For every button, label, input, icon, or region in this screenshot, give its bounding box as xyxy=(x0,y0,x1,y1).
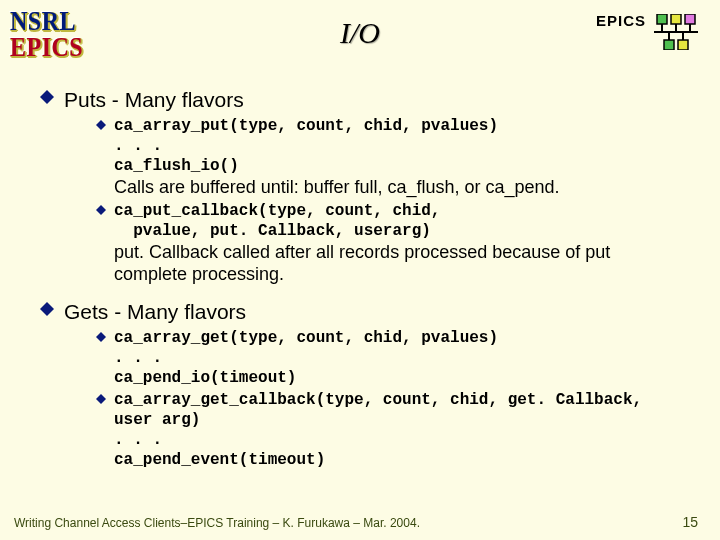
svg-marker-16 xyxy=(96,394,106,404)
diamond-bullet-small-icon xyxy=(96,120,106,130)
code-snippet: ca_array_get_callback(type, count, chid,… xyxy=(114,390,684,470)
puts-items: ca_array_put(type, count, chid, pvalues)… xyxy=(96,116,684,286)
gets-item-2: ca_array_get_callback(type, count, chid,… xyxy=(96,390,684,470)
epics-icon xyxy=(654,14,698,50)
section-heading-text: Gets - Many flavors xyxy=(64,300,246,324)
footer-text: Writing Channel Access Clients–EPICS Tra… xyxy=(14,516,420,530)
section-gets-heading: Gets - Many flavors xyxy=(40,300,690,324)
svg-marker-14 xyxy=(40,302,54,316)
code-snippet: ca_array_get(type, count, chid, pvalues)… xyxy=(114,328,498,388)
svg-marker-12 xyxy=(96,120,106,130)
code-snippet: ca_put_callback(type, count, chid, pvalu… xyxy=(114,201,684,241)
slide-content: Puts - Many flavors ca_array_put(type, c… xyxy=(40,80,690,470)
puts-item-1: ca_array_put(type, count, chid, pvalues)… xyxy=(96,116,684,199)
code-snippet: ca_array_put(type, count, chid, pvalues)… xyxy=(114,116,560,176)
body-text: Calls are buffered until: buffer full, c… xyxy=(114,176,560,199)
slide: NSRL EPICS I/O EPICS Puts - Many flavors xyxy=(0,0,720,540)
page-number: 15 xyxy=(682,514,698,530)
puts-item-2-content: ca_put_callback(type, count, chid, pvalu… xyxy=(114,201,684,286)
diamond-bullet-small-icon xyxy=(96,205,106,215)
puts-item-2: ca_put_callback(type, count, chid, pvalu… xyxy=(96,201,684,286)
puts-item-1-content: ca_array_put(type, count, chid, pvalues)… xyxy=(114,116,560,199)
svg-marker-13 xyxy=(96,205,106,215)
diamond-bullet-icon xyxy=(40,302,54,316)
svg-rect-6 xyxy=(685,14,695,24)
section-puts-heading: Puts - Many flavors xyxy=(40,88,690,112)
svg-marker-11 xyxy=(40,90,54,104)
section-heading-text: Puts - Many flavors xyxy=(64,88,244,112)
svg-rect-4 xyxy=(657,14,667,24)
svg-rect-9 xyxy=(664,40,674,50)
diamond-bullet-small-icon xyxy=(96,394,106,404)
body-text: put. Callback called after all records p… xyxy=(114,241,684,286)
svg-marker-15 xyxy=(96,332,106,342)
svg-rect-10 xyxy=(678,40,688,50)
svg-rect-5 xyxy=(671,14,681,24)
epics-label: EPICS xyxy=(596,12,646,29)
gets-item-1: ca_array_get(type, count, chid, pvalues)… xyxy=(96,328,684,388)
gets-items: ca_array_get(type, count, chid, pvalues)… xyxy=(96,328,684,470)
diamond-bullet-small-icon xyxy=(96,332,106,342)
diamond-bullet-icon xyxy=(40,90,54,104)
